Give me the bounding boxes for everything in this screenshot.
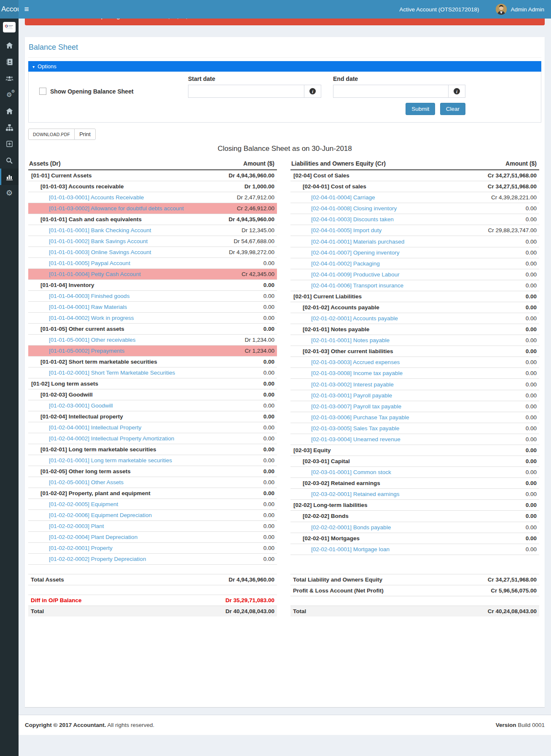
amount-cell: 0.00 bbox=[462, 313, 539, 324]
print-button[interactable]: Print bbox=[74, 129, 96, 140]
account-link[interactable]: [02-01-03-0007] Payroll tax payable bbox=[311, 403, 401, 410]
sidebar-item-reports[interactable] bbox=[0, 169, 19, 185]
table-row: [01-01-01-0003] Online Savings AccountDr… bbox=[28, 247, 277, 258]
amount-cell: 0.00 bbox=[462, 357, 539, 368]
amount-cell: 0.00 bbox=[462, 533, 539, 544]
account-link[interactable]: [02-03-02-0001] Retained earnings bbox=[311, 491, 399, 497]
sidebar-item-settings[interactable]: ⚙ bbox=[0, 185, 19, 201]
start-date-input[interactable] bbox=[188, 85, 304, 98]
account-link[interactable]: [02-01-03-0008] Income tax payable bbox=[311, 370, 403, 376]
account-link[interactable]: [01-02-02-0002] Property Depreciation bbox=[49, 556, 146, 562]
assets-amount-header: Amount ($) bbox=[213, 158, 277, 170]
account-link[interactable]: [01-02-02-0003] Plant bbox=[49, 523, 104, 529]
start-date-info-addon[interactable] bbox=[304, 85, 321, 98]
amount-cell: 0.00 bbox=[462, 302, 539, 313]
account-link[interactable]: [02-01-03-0003] Accrued expenses bbox=[311, 359, 400, 365]
account-link[interactable]: [01-01-04-0001] Raw Materials bbox=[49, 304, 127, 310]
account-link[interactable]: [02-01-03-0001] Payroll payable bbox=[311, 392, 392, 399]
account-link[interactable]: [01-02-05-0001] Other Assets bbox=[49, 479, 124, 485]
amount-cell: 0.00 bbox=[462, 291, 539, 302]
account-link[interactable]: [02-01-03-0002] Interest payable bbox=[311, 381, 394, 388]
account-link[interactable]: [01-01-03-0002] Allowance for doubtful d… bbox=[49, 205, 184, 212]
account-link[interactable]: [01-01-01-0002] Bank Savings Account bbox=[49, 238, 148, 244]
account-link[interactable]: [02-01-01-0001] Notes payable bbox=[311, 337, 390, 343]
show-opening-balance-checkbox[interactable] bbox=[39, 88, 46, 95]
active-account-label[interactable]: Active Account (OTS20172018) bbox=[399, 6, 479, 13]
sidebar-item-add[interactable] bbox=[0, 136, 19, 152]
clear-button[interactable]: Clear bbox=[440, 103, 465, 115]
account-link[interactable]: [01-02-02-0005] Equipment bbox=[49, 501, 118, 507]
account-link[interactable]: [01-01-05-0002] Prepayments bbox=[49, 348, 124, 354]
account-link[interactable]: [01-02-02-0004] Plant Depreciation bbox=[49, 534, 137, 540]
account-link[interactable]: [01-02-03-0001] Goodwill bbox=[49, 402, 113, 409]
table-row: [01-01-01-0004] Petty Cash AccountCr 42,… bbox=[28, 269, 277, 280]
amount-cell: 0.00 bbox=[462, 335, 539, 346]
account-link[interactable]: [02-04-01-0007] Opening inventory bbox=[311, 249, 399, 256]
table-row: [01-01-01-0005] Paypal Account0.00 bbox=[28, 258, 277, 269]
amount-cell: 0.00 bbox=[462, 467, 539, 478]
sidebar-item-settings-cogs[interactable]: ⚙⚙ bbox=[0, 86, 19, 103]
user-name-label: Admin Admin bbox=[511, 6, 544, 13]
download-pdf-button[interactable]: DOWNLOAD.PDF bbox=[28, 129, 75, 140]
account-link[interactable]: [02-04-01-0004] Carriage bbox=[311, 194, 375, 201]
account-link[interactable]: [02-01-03-0004] Unearned revenue bbox=[311, 436, 400, 442]
account-link[interactable]: [01-01-01-0003] Online Savings Account bbox=[49, 249, 151, 255]
account-link[interactable]: [01-02-01-0001] Long term marketable sec… bbox=[49, 457, 172, 464]
total-label-cell: Total Assets bbox=[28, 574, 213, 585]
sidebar-item-hierarchy[interactable] bbox=[0, 119, 19, 136]
account-link[interactable]: [01-01-04-0002] Work in progress bbox=[49, 315, 134, 321]
account-link[interactable]: [01-01-04-0003] Finished goods bbox=[49, 293, 129, 299]
account-link[interactable]: [01-02-02-0006] Equipment Depreciation bbox=[49, 512, 152, 518]
total-label-cell: Total Liability and Owners Equity bbox=[290, 574, 462, 585]
account-link[interactable]: [02-04-01-0005] Import duty bbox=[311, 227, 382, 233]
table-row: [01-01-02] Short term marketable securit… bbox=[28, 357, 277, 367]
account-link[interactable]: [02-04-01-0008] Closing inventory bbox=[311, 205, 397, 212]
account-link[interactable]: [01-02-04-0001] Intellectual Property bbox=[49, 424, 141, 431]
amount-cell: 0.00 bbox=[213, 313, 277, 324]
table-row: [01-02-01-0001] Long term marketable sec… bbox=[28, 455, 277, 466]
sheet-title: Closing Balance Sheet as on 30-Jun-2018 bbox=[28, 145, 541, 153]
account-link[interactable]: [02-01-02-0001] Accounts payable bbox=[311, 315, 398, 322]
account-link[interactable]: [01-01-01-0005] Paypal Account bbox=[49, 260, 130, 266]
account-link[interactable]: [02-01-03-0006] Purchase Tax payable bbox=[311, 414, 409, 421]
account-link[interactable]: [01-02-02-0001] Property bbox=[49, 545, 113, 551]
table-row: [02-03-02] Retained earnings0.00 bbox=[290, 478, 539, 489]
account-link[interactable]: [01-01-03-0001] Accounts Receivable bbox=[49, 194, 144, 201]
account-link[interactable]: [02-04-01-0003] Discounts taken bbox=[311, 216, 394, 223]
account-link[interactable]: [01-01-02-0001] Short Term Marketable Se… bbox=[49, 370, 175, 376]
account-link[interactable]: [02-04-01-0009] Productive Labour bbox=[311, 271, 399, 278]
user-menu[interactable]: Admin Admin bbox=[489, 0, 551, 19]
account-link[interactable]: [01-01-01-0001] Bank Checking Account bbox=[49, 227, 151, 233]
account-link[interactable]: [02-03-01-0001] Common stock bbox=[311, 469, 391, 475]
end-date-info-addon[interactable] bbox=[449, 85, 465, 98]
amount-cell: Cr 40,24,08,043.00 bbox=[462, 606, 539, 617]
sidebar: ⚙⚙⚙ bbox=[0, 19, 19, 756]
account-link[interactable]: [02-04-01-0002] Packaging bbox=[311, 260, 380, 267]
sidebar-item-home[interactable] bbox=[0, 37, 19, 54]
options-panel-header[interactable]: ▾Options bbox=[28, 61, 541, 72]
table-row: Total Liability and Owners EquityCr 34,2… bbox=[290, 574, 539, 585]
balance-sheet-card: Balance Sheet ▾Options Start date End da… bbox=[25, 37, 545, 707]
account-label-cell: [01-02-02-0005] Equipment bbox=[28, 499, 213, 510]
sidebar-item-search[interactable] bbox=[0, 152, 19, 169]
sidebar-item-home-alt[interactable] bbox=[0, 103, 19, 119]
sidebar-item-users[interactable] bbox=[0, 70, 19, 86]
account-link[interactable]: [02-02-02-0001] Bonds payable bbox=[311, 524, 391, 531]
account-link[interactable]: [02-04-01-0001] Materials purchased bbox=[311, 239, 404, 245]
account-link[interactable]: [01-02-04-0002] Intellectual Property Am… bbox=[49, 435, 174, 442]
amount-cell: 0.00 bbox=[213, 400, 277, 411]
app-brand[interactable]: Accountant bbox=[0, 0, 19, 19]
group-label-cell: [01-01-04] Inventory bbox=[28, 280, 213, 291]
submit-button[interactable]: Submit bbox=[406, 103, 435, 115]
company-logo[interactable] bbox=[3, 22, 16, 32]
sidebar-item-contacts[interactable] bbox=[0, 54, 19, 70]
account-link[interactable]: [02-04-01-0006] Transport insurance bbox=[311, 282, 403, 289]
group-label-cell: [01-01-02] Short term marketable securit… bbox=[28, 357, 213, 367]
account-link[interactable]: [01-01-01-0004] Petty Cash Account bbox=[49, 271, 141, 277]
account-link[interactable]: [01-01-05-0001] Other receivables bbox=[49, 337, 136, 343]
table-row: [02-01-03-0004] Unearned revenue0.00 bbox=[290, 434, 539, 445]
account-link[interactable]: [02-01-03-0005] Sales Tax payable bbox=[311, 425, 399, 432]
end-date-input[interactable] bbox=[333, 85, 449, 98]
account-link[interactable]: [02-02-01-0001] Mortgage loan bbox=[311, 546, 390, 552]
sidebar-toggle-button[interactable]: ≡ bbox=[19, 0, 35, 19]
